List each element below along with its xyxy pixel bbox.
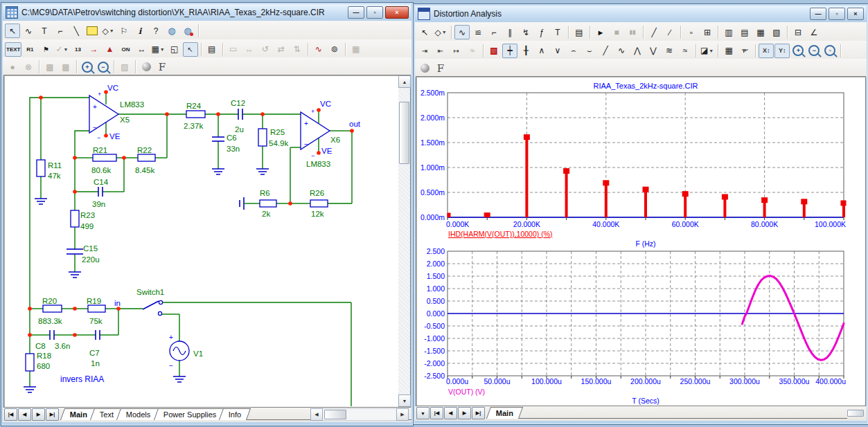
schematic-tab-power-supplies[interactable]: Power Supplies	[154, 408, 227, 420]
scroll-right-icon[interactable]: ▶	[396, 408, 409, 421]
search-icon[interactable]: ⊚	[327, 42, 342, 57]
data-points-icon[interactable]: ▫	[684, 25, 699, 39]
analysis-nav-2[interactable]: ▶	[458, 407, 471, 419]
baseline-icon[interactable]: ⊟	[790, 25, 806, 39]
plot-area[interactable]: RIAA_Texas_2kHz-square.CIR2.500m2.000m1.…	[416, 76, 866, 406]
chevron-down-icon[interactable]: ▼	[442, 30, 447, 35]
grid-full-icon[interactable]: ▦	[753, 25, 768, 39]
schematic-titlebar[interactable]: C:\MC9\DATA\Petrov\switching distortion\…	[3, 4, 411, 21]
ortho-wire-icon[interactable]: ⌐	[53, 24, 68, 38]
select-cursor-icon[interactable]: ↖	[5, 24, 20, 38]
schematic-tab-info[interactable]: Info	[219, 408, 251, 420]
pin-markers-icon[interactable]: ⚑	[38, 42, 53, 57]
grid-display-icon[interactable]: ▦▼	[150, 42, 166, 57]
global-high-icon[interactable]: ⋀	[630, 44, 645, 58]
font-icon[interactable]: F	[433, 61, 448, 75]
schematic-nav-3[interactable]: ▶|	[46, 408, 59, 421]
zoom-in-icon[interactable]: +	[790, 44, 806, 58]
slope-axis-icon[interactable]: ∠	[806, 25, 822, 39]
scroll-down-icon[interactable]: ▼	[398, 394, 411, 407]
model-3d-icon[interactable]	[139, 60, 154, 74]
schematic-nav-0[interactable]: |◀	[4, 408, 17, 421]
function-icon[interactable]: ƒ	[534, 25, 549, 39]
valley-icon[interactable]: ∨	[550, 44, 565, 58]
run-icon[interactable]: ►	[593, 25, 608, 39]
high-icon[interactable]: ⌢	[566, 44, 581, 58]
ihd-trace-label[interactable]: IHD(HARM(V(OUT)),10000) (%)	[448, 230, 553, 238]
find-part-icon[interactable]: ∿	[311, 42, 326, 57]
condition-display-icon[interactable]: ON	[118, 42, 133, 57]
ruler-vertical-icon[interactable]: ▥	[721, 25, 736, 39]
peak-icon[interactable]: ∧	[534, 44, 549, 58]
scroll-up-icon[interactable]: ▲	[398, 75, 411, 88]
resistor-values-icon[interactable]: R1	[22, 42, 37, 57]
chevron-down-icon[interactable]: ▼	[64, 47, 69, 52]
zoom-in-icon[interactable]: +	[80, 60, 95, 74]
font-icon[interactable]: F	[154, 60, 170, 74]
cursor-mode-icon[interactable]: ≌	[470, 25, 486, 39]
inflection-icon[interactable]: ∿	[614, 44, 629, 58]
chevron-down-icon[interactable]: ▼	[709, 48, 714, 53]
vertical-scroll-thumb[interactable]	[399, 102, 409, 164]
horizontal-tag-icon[interactable]: ⌐	[486, 25, 502, 39]
model-3d-icon[interactable]	[417, 61, 432, 75]
scale-mode-icon[interactable]: ∿	[454, 25, 470, 39]
component-web-icon[interactable]: ◍	[180, 24, 195, 38]
analysis-tab-main[interactable]: Main	[486, 407, 523, 419]
analysis-titlebar[interactable]: Distortion Analysis — ▫ ×	[415, 6, 867, 22]
schematic-nav-2[interactable]: ▶	[32, 408, 45, 421]
global-low-icon[interactable]: ⋁	[646, 44, 661, 58]
select-cursor-icon[interactable]: ↖	[417, 25, 432, 39]
border-display-icon[interactable]: ◱	[167, 42, 182, 57]
vertical-tag-icon[interactable]: ∥	[502, 25, 517, 39]
attributes-icon[interactable]: ▤	[204, 42, 220, 57]
chevron-down-icon[interactable]: ▼	[160, 47, 165, 52]
current-display-icon[interactable]: →	[86, 42, 101, 57]
zoom-area-icon[interactable]: ▫	[822, 44, 838, 58]
flag-mode-icon[interactable]: ⚐	[116, 24, 132, 38]
data-point-left-icon[interactable]: ⇤	[433, 44, 448, 58]
help-mode-icon[interactable]: ?	[148, 24, 163, 38]
maximize-button[interactable]: ▫	[829, 8, 845, 20]
envelope-top-icon[interactable]: ≋	[662, 44, 677, 58]
shape-mode-icon[interactable]: ◇▼	[100, 24, 116, 38]
schematic-canvas[interactable]: VCVE+−LM833X5+−R1147kR2180.6kR228.45kC14…	[3, 75, 411, 408]
slope-icon[interactable]: ╱	[598, 44, 613, 58]
component-mode-icon[interactable]	[85, 24, 100, 38]
text-mode-icon[interactable]: T	[37, 24, 52, 38]
cursor-vertical-icon[interactable]: ╂	[518, 44, 533, 58]
shape-mode-icon[interactable]: ◇▼	[433, 25, 448, 39]
numeric-output-icon[interactable]: ▦	[721, 44, 736, 58]
browse-web-icon[interactable]: ◍	[164, 24, 179, 38]
grid-dots-icon[interactable]: ▧	[769, 25, 784, 39]
performance-tag-icon[interactable]: ↯	[518, 25, 533, 39]
analysis-nav-0[interactable]: |◀	[430, 407, 443, 419]
go-to-branch-icon[interactable]: ◪▼	[699, 44, 715, 58]
zoom-out-icon[interactable]: −	[96, 60, 111, 74]
analysis-nav-1[interactable]: ◀	[444, 407, 457, 419]
wire-mode-icon[interactable]: ∿	[21, 24, 36, 38]
close-button[interactable]: ×	[385, 6, 409, 19]
maximize-button[interactable]: ▫	[366, 6, 383, 19]
analysis-nav-3[interactable]: ▶|	[472, 407, 485, 419]
pane-splitter-handle[interactable]	[847, 410, 864, 417]
minimize-button[interactable]: —	[348, 6, 364, 19]
tokens-icon[interactable]: ⊞	[700, 25, 715, 39]
pick-mode-icon[interactable]: ↖	[183, 42, 198, 57]
data-point-right-icon[interactable]: ↦	[449, 44, 464, 58]
properties-icon[interactable]: ▤	[572, 25, 587, 39]
xy-cursors-icon[interactable]: ▧	[486, 44, 502, 58]
text-mode-icon[interactable]: T	[550, 25, 565, 39]
node-numbers-icon[interactable]: 13	[70, 42, 85, 57]
close-button[interactable]: ×	[847, 8, 864, 20]
chevron-down-icon[interactable]: ▼	[109, 28, 114, 33]
minimize-button[interactable]: —	[810, 8, 826, 20]
periodic-steady-state-icon[interactable]: 'P'	[737, 44, 752, 58]
next-simulation-icon[interactable]: ⇥	[417, 44, 432, 58]
line-icon[interactable]: ╱	[646, 25, 662, 39]
line-mode-icon[interactable]: ╲	[69, 24, 84, 38]
ruler-horizontal-icon[interactable]: ▤	[737, 25, 752, 39]
horizontal-scroll-thumb[interactable]	[324, 410, 346, 419]
zoom-out-icon[interactable]: −	[806, 44, 822, 58]
info-mode-icon[interactable]: i	[132, 24, 148, 38]
